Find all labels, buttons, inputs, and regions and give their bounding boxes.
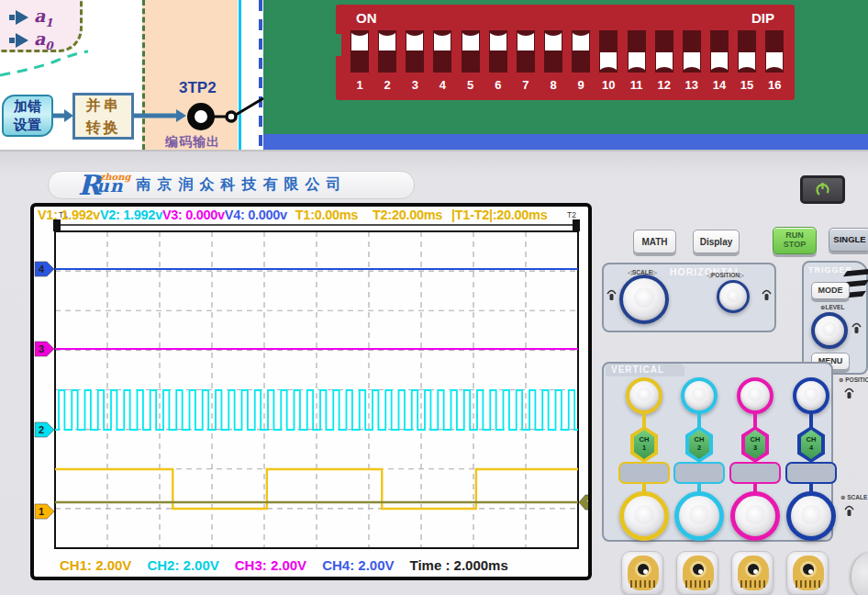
ch2-enable-button[interactable]: CH2: [689, 430, 709, 459]
readout-segment: CH2: 2.00V: [147, 557, 218, 573]
push-knob-icon: [844, 387, 854, 400]
dip-switch-1[interactable]: [351, 30, 369, 73]
trigger-level-knob[interactable]: [811, 312, 848, 349]
ch1-scale-knob[interactable]: [619, 491, 669, 541]
dip-switch-number: 16: [765, 78, 784, 92]
push-knob-icon: [844, 504, 854, 518]
dip-switch-5[interactable]: [462, 30, 480, 73]
ch1-bnc-connector[interactable]: [621, 551, 663, 595]
horizontal-scale-knob[interactable]: [619, 275, 669, 324]
math-button[interactable]: MATH: [633, 230, 676, 253]
ch3-position-knob[interactable]: [737, 377, 773, 414]
dip-switch-number: 1: [351, 78, 369, 92]
trigger-level-label: ⊕LEVEL: [820, 304, 844, 311]
dip-notch: [335, 34, 341, 56]
bnc-center-pin: [698, 569, 703, 574]
ch2-button-frame: CH2: [685, 426, 713, 463]
pcb-panel: ON DIP 1 2 3 4 5: [263, 0, 868, 134]
readout-segment: Time : 2.000ms: [410, 557, 508, 573]
ch3-stem: [753, 413, 757, 428]
dip-switch-4[interactable]: [433, 30, 451, 73]
corner-knob-edge: [851, 553, 868, 595]
ch2-position-knob[interactable]: [681, 377, 718, 414]
dip-switch-7[interactable]: [517, 30, 535, 73]
test-point-3tp2-label[interactable]: 3TP2: [179, 79, 217, 97]
company-name: 南京润众科技有限公司: [137, 175, 348, 195]
ch1-position-knob[interactable]: [626, 377, 662, 414]
dip-switch-12[interactable]: [655, 30, 673, 73]
dip-switch-14[interactable]: [710, 30, 729, 73]
dip-switch-number: 5: [462, 78, 480, 92]
readout-segment: CH4: 2.00V: [322, 557, 394, 573]
readout-segment: |T1-T2|:20.00ms: [451, 208, 547, 222]
bnc-teeth: [796, 580, 821, 588]
ch4-bnc-connector[interactable]: [786, 551, 829, 595]
ch3-scale-knob[interactable]: [730, 491, 780, 541]
t2-cursor-flag: [573, 219, 580, 231]
bnc-gold-body: [793, 556, 824, 590]
dip-switch-number: 3: [406, 78, 424, 92]
dip-dip-label: DIP: [751, 10, 774, 26]
converter-label: 并串转换: [86, 95, 121, 137]
bnc-ring: [800, 561, 817, 578]
add-error-settings-button[interactable]: 加错设置: [2, 95, 53, 137]
ch1-enable-button[interactable]: CH1: [634, 430, 654, 459]
ch1-stem: [642, 413, 646, 428]
dip-switch-11[interactable]: [628, 30, 646, 73]
dip-switch-13[interactable]: [683, 30, 701, 73]
ch3-button-frame: CH3: [741, 426, 769, 463]
horizontal-position-knob[interactable]: [717, 280, 750, 313]
ch4-stem: [809, 413, 813, 428]
single-button[interactable]: SINGLE: [829, 228, 868, 252]
dip-switch-number: 13: [683, 78, 701, 92]
bnc-gold-body: [738, 556, 769, 590]
encoder-output-label: 编码输出: [165, 134, 220, 151]
dip-switch-15[interactable]: [738, 30, 756, 73]
svg-text:1: 1: [39, 506, 44, 517]
horizontal-panel: HORIZONTAL ◁SCALE▷ ◁POSITION▷: [602, 263, 776, 332]
bnc-center-pin: [753, 569, 758, 574]
dip-switch-16[interactable]: [765, 30, 784, 73]
ch3-enable-button[interactable]: CH3: [745, 430, 765, 459]
dip-switch-number: 8: [544, 78, 562, 92]
ch2-scale-knob[interactable]: [674, 491, 724, 541]
dip-switch-number: 2: [378, 78, 396, 92]
trigger-panel: TRIGGER MODE ⊕LEVEL MENU: [802, 261, 868, 375]
dip-switch-9[interactable]: [572, 30, 590, 73]
trigger-mode-button[interactable]: MODE: [811, 282, 850, 299]
ch4-scale-knob[interactable]: [786, 491, 836, 541]
ch4-button-frame: CH4: [797, 426, 825, 463]
ch4-position-knob[interactable]: [793, 377, 829, 414]
bnc-ring: [690, 561, 707, 578]
vertical-scale-label: ⊕ SCALE: [840, 494, 867, 501]
svg-text:T2: T2: [567, 210, 576, 219]
readout-segment: CH3: 2.00V: [235, 557, 306, 573]
power-button[interactable]: [800, 175, 845, 204]
bnc-teeth: [630, 580, 656, 588]
horizontal-position-label: ◁POSITION▷: [707, 272, 744, 279]
ch3-bnc-connector[interactable]: [731, 551, 773, 595]
power-icon: [815, 182, 830, 197]
bnc-center-pin: [808, 569, 813, 574]
vertical-panel: VERTICAL CH1 CH2: [602, 362, 833, 542]
dip-switch-number: 7: [517, 78, 535, 92]
dip-switch-6[interactable]: [489, 30, 507, 73]
waveform-plot: T1T2T4321: [34, 207, 588, 580]
dip-switch-3[interactable]: [406, 30, 424, 73]
dip-switch-2[interactable]: [378, 30, 396, 73]
dip-switch-10[interactable]: [599, 30, 618, 73]
dip-switch-number: 14: [710, 78, 729, 92]
ch4-enable-button[interactable]: CH4: [801, 430, 821, 459]
bnc-teeth: [685, 580, 711, 588]
virtual-lab-screen: a1 a0 加错设置 并串转换 3TP2 编码输出: [0, 0, 868, 595]
ch2-bnc-connector[interactable]: [676, 551, 718, 595]
dip-switch-number: 4: [433, 78, 451, 92]
display-button[interactable]: Display: [693, 230, 740, 253]
readout-segment: V2: 1.992v: [100, 208, 162, 222]
run-stop-button[interactable]: RUNSTOP: [773, 227, 817, 254]
add-error-settings-label: 加错设置: [14, 97, 41, 135]
dip-switch-block: ON DIP 1 2 3 4 5: [336, 5, 795, 100]
dip-switch-number: 9: [572, 78, 590, 92]
readout-segment: CH1: 2.00V: [60, 557, 131, 573]
dip-switch-8[interactable]: [544, 30, 562, 73]
